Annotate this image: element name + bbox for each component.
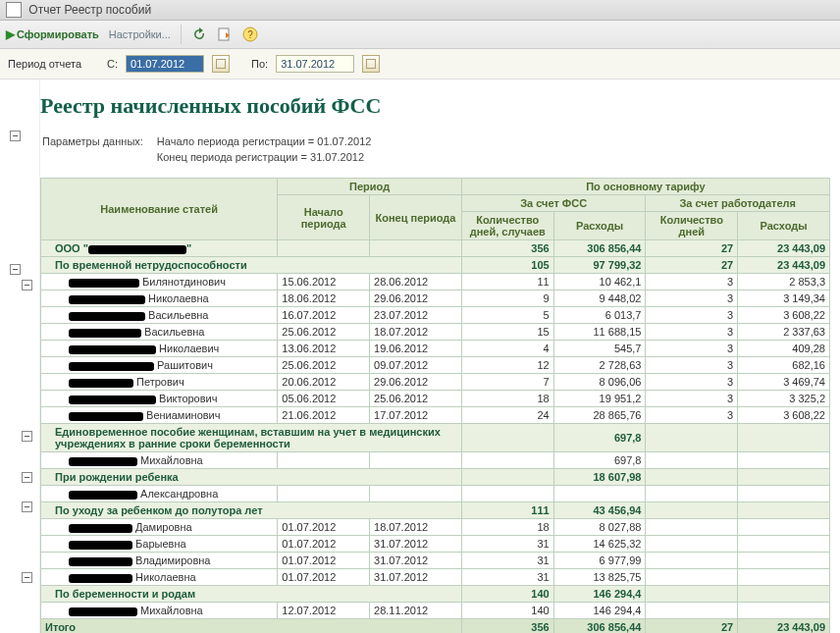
- cell: [738, 536, 830, 553]
- cell: Дамировна: [41, 519, 278, 536]
- cell: [646, 536, 738, 553]
- cell: 356: [461, 619, 553, 634]
- calendar-from-button[interactable]: [212, 55, 230, 73]
- report-title: Реестр начисленных пособий ФСС: [40, 93, 830, 119]
- cell: Билянотдинович: [41, 274, 278, 290]
- cell: 23 443,09: [738, 240, 830, 257]
- report-icon: [6, 2, 22, 18]
- cell: [738, 569, 830, 586]
- cell: По беременности и родам: [41, 586, 462, 603]
- cell: [370, 452, 462, 469]
- cell: 01.07.2012: [278, 553, 370, 569]
- table-row: При рождении ребенка18 607,98: [41, 469, 830, 486]
- table-row: Васильевна25.06.201218.07.20121511 688,1…: [41, 324, 830, 341]
- period-from-input[interactable]: [126, 55, 204, 73]
- cell: [370, 240, 462, 257]
- cell: [646, 424, 738, 452]
- cell: [738, 502, 830, 519]
- cell: 7: [461, 374, 553, 391]
- cell: 3: [646, 274, 738, 290]
- table-row: По беременности и родам140146 294,4: [41, 586, 830, 603]
- cell: 15.06.2012: [278, 274, 370, 290]
- cell: 3: [646, 407, 738, 424]
- col-fss-days: Количество дней, случаев: [461, 212, 553, 240]
- table-row: Дамировна01.07.201218.07.2012188 027,88: [41, 519, 830, 536]
- cell: [461, 486, 553, 502]
- cell: 140: [461, 603, 553, 619]
- table-row: Михайловна12.07.201228.11.2012140146 294…: [41, 603, 830, 619]
- collapse-toggle[interactable]: [22, 572, 32, 583]
- cell: 146 294,4: [553, 586, 646, 603]
- cell: Александровна: [41, 486, 278, 502]
- refresh-icon[interactable]: [191, 26, 207, 42]
- param-end: Конец периода регистрации = 31.07.2012: [157, 150, 384, 164]
- cell: 16.07.2012: [278, 307, 370, 324]
- period-to-input[interactable]: [276, 55, 354, 73]
- table-row: Николаевна01.07.201231.07.20123113 825,7…: [41, 569, 830, 586]
- play-icon: ▶: [6, 27, 15, 41]
- cell: 3 608,22: [738, 307, 830, 324]
- table-row: Рашитович25.06.201209.07.2012122 728,633…: [41, 357, 830, 374]
- collapse-toggle[interactable]: [22, 501, 32, 512]
- cell: 11: [461, 274, 553, 290]
- collapse-toggle[interactable]: [22, 280, 32, 290]
- outline-gutter: [0, 79, 40, 633]
- cell: 23.07.2012: [370, 307, 462, 324]
- cell: 306 856,44: [553, 619, 646, 634]
- cell: Петрович: [41, 374, 278, 391]
- help-icon[interactable]: ?: [242, 26, 258, 42]
- export-icon[interactable]: [217, 26, 233, 42]
- cell: 25.06.2012: [370, 391, 462, 407]
- filter-bar: Период отчета С: По:: [0, 49, 840, 79]
- cell: 409,28: [738, 341, 830, 357]
- cell: 27: [646, 619, 738, 634]
- col-emp-days: Количество дней: [646, 212, 738, 240]
- window-title-bar: Отчет Реестр пособий: [0, 0, 840, 21]
- cell: 140: [461, 586, 553, 603]
- toolbar: ▶Сформировать Настройки... ?: [0, 21, 840, 49]
- cell: 21.06.2012: [278, 407, 370, 424]
- window-title: Отчет Реестр пособий: [28, 3, 151, 17]
- cell: Владимировна: [41, 553, 278, 569]
- generate-button[interactable]: ▶Сформировать: [6, 27, 99, 41]
- cell: 9 448,02: [553, 290, 646, 307]
- cell: 01.07.2012: [278, 519, 370, 536]
- cell: 3: [646, 374, 738, 391]
- cell: 05.06.2012: [278, 391, 370, 407]
- cell: 28.06.2012: [370, 274, 462, 290]
- collapse-toggle[interactable]: [22, 472, 32, 483]
- cell: [278, 452, 370, 469]
- cell: 97 799,32: [553, 257, 646, 274]
- collapse-toggle[interactable]: [10, 264, 21, 275]
- calendar-to-button[interactable]: [362, 55, 380, 73]
- cell: [278, 486, 370, 502]
- collapse-toggle[interactable]: [10, 131, 21, 141]
- cell: Васильевна: [41, 307, 278, 324]
- collapse-toggle[interactable]: [22, 431, 32, 442]
- cell: 18.06.2012: [278, 290, 370, 307]
- cell: 9: [461, 290, 553, 307]
- cell: 11 688,15: [553, 324, 646, 341]
- col-start: Начало периода: [278, 195, 370, 240]
- table-row: Барыевна01.07.201231.07.20123114 625,32: [41, 536, 830, 553]
- toolbar-divider: [181, 25, 182, 44]
- cell: 8 027,88: [553, 519, 646, 536]
- cell: [646, 519, 738, 536]
- cell: [738, 424, 830, 452]
- table-row: Михайловна697,8: [41, 452, 830, 469]
- cell: 19 951,2: [553, 391, 646, 407]
- cell: [461, 424, 553, 452]
- report-table: Наименование статей Период По основному …: [40, 178, 830, 633]
- params-label: Параметры данных:: [42, 134, 155, 148]
- cell: 146 294,4: [553, 603, 646, 619]
- cell: 3 469,74: [738, 374, 830, 391]
- cell: [738, 553, 830, 569]
- cell: [646, 486, 738, 502]
- cell: 13.06.2012: [278, 341, 370, 357]
- col-period: Период: [278, 179, 462, 195]
- cell: [738, 586, 830, 603]
- table-row: Николаевна18.06.201229.06.201299 448,023…: [41, 290, 830, 307]
- settings-button[interactable]: Настройки...: [109, 28, 171, 40]
- cell: 29.06.2012: [370, 290, 462, 307]
- cell: Николаевна: [41, 290, 278, 307]
